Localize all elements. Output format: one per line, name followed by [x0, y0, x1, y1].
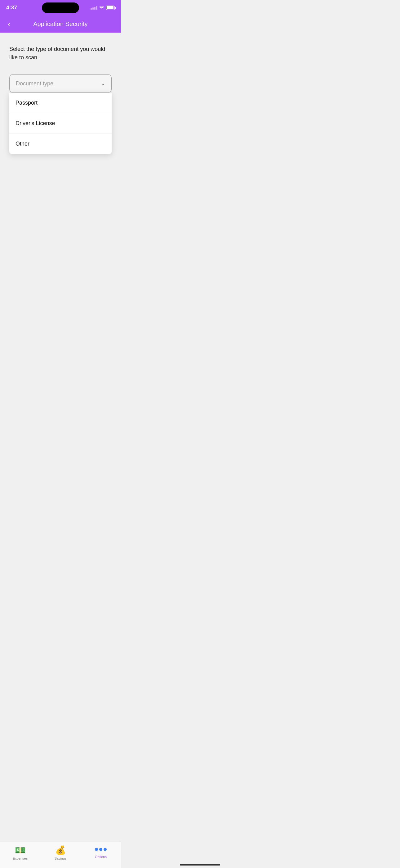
description-text: Select the type of document you would li… [9, 45, 112, 62]
status-bar: 4:37 [0, 0, 121, 16]
status-icons [91, 5, 115, 10]
document-type-dropdown[interactable]: Document type ⌄ Passport Driver's Licens… [9, 74, 112, 93]
dropdown-trigger[interactable]: Document type ⌄ [9, 74, 112, 93]
main-content: Select the type of document you would li… [0, 33, 121, 236]
signal-icon [91, 6, 97, 10]
dropdown-option-other[interactable]: Other [9, 134, 112, 154]
page-title: Application Security [33, 21, 88, 28]
nav-header: ‹ Application Security [0, 16, 121, 33]
chevron-down-icon: ⌄ [100, 80, 105, 87]
dynamic-island [42, 2, 79, 13]
dropdown-menu: Passport Driver's License Other [9, 93, 112, 154]
battery-icon [106, 6, 115, 10]
wifi-icon [99, 5, 104, 10]
back-button[interactable]: ‹ [6, 18, 12, 30]
dropdown-option-drivers-license[interactable]: Driver's License [9, 113, 112, 134]
dropdown-option-passport[interactable]: Passport [9, 93, 112, 113]
dropdown-placeholder: Document type [16, 81, 53, 87]
status-time: 4:37 [6, 5, 17, 11]
